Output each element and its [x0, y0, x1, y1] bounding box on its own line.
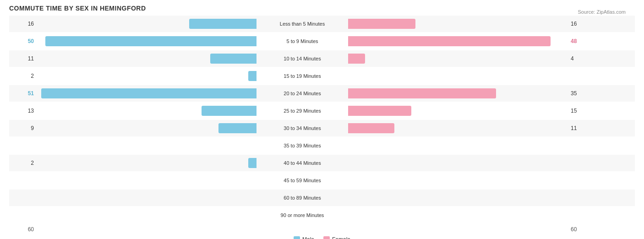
row-label: 10 to 14 Minutes [257, 56, 348, 61]
female-color-box [323, 236, 330, 239]
chart-container: 16Less than 5 Minutes16505 to 9 Minutes4… [9, 16, 635, 239]
male-bar [189, 19, 257, 29]
legend-female: Female [323, 236, 350, 239]
male-bar-area [37, 71, 257, 81]
female-bar-area [348, 106, 568, 116]
legend: Male Female [9, 236, 635, 239]
row-label: Less than 5 Minutes [257, 21, 348, 27]
male-bar [45, 36, 257, 46]
male-bar-area [37, 141, 257, 151]
female-bar-area [348, 193, 568, 203]
table-row: 1325 to 29 Minutes15 [9, 103, 635, 119]
row-label: 90 or more Minutes [257, 212, 348, 218]
male-bar [202, 106, 257, 116]
table-row: 240 to 44 Minutes [9, 155, 635, 171]
table-row: 505 to 9 Minutes48 [9, 33, 635, 49]
axis-right-label: 60 [568, 226, 595, 233]
table-row: 45 to 59 Minutes [9, 172, 635, 189]
male-value: 13 [9, 108, 37, 114]
row-label: 35 to 39 Minutes [257, 143, 348, 148]
male-bar-area [37, 175, 257, 185]
male-value: 51 [9, 90, 37, 97]
row-label: 20 to 24 Minutes [257, 91, 348, 96]
male-bar-area [37, 19, 257, 29]
source-label: Source: ZipAtlas.com [578, 9, 626, 15]
female-bar [348, 106, 411, 116]
female-value: 4 [568, 55, 595, 62]
axis-row: 60 60 [9, 226, 635, 233]
table-row: 215 to 19 Minutes [9, 68, 635, 84]
table-row: 5120 to 24 Minutes35 [9, 85, 635, 102]
female-bar-area [348, 141, 568, 151]
female-bar-area [348, 71, 568, 81]
male-bar-area [37, 36, 257, 46]
female-value: 35 [568, 90, 595, 97]
row-label: 45 to 59 Minutes [257, 178, 348, 183]
row-label: 60 to 89 Minutes [257, 195, 348, 201]
female-bar-area [348, 19, 568, 29]
female-bar [348, 19, 415, 29]
female-value: 16 [568, 21, 595, 27]
chart-title: COMMUTE TIME BY SEX IN HEMINGFORD [9, 5, 635, 12]
female-bar [348, 123, 394, 133]
row-label: 5 to 9 Minutes [257, 38, 348, 44]
male-bar-area [37, 106, 257, 116]
female-value: 15 [568, 108, 595, 114]
male-bar [248, 158, 257, 168]
table-row: 930 to 34 Minutes11 [9, 120, 635, 136]
table-row: 60 to 89 Minutes [9, 190, 635, 206]
axis-left-label: 60 [9, 226, 37, 233]
male-value: 2 [9, 160, 37, 166]
male-bar [248, 71, 257, 81]
male-label: Male [302, 236, 314, 239]
female-bar-area [348, 123, 568, 133]
female-bar-area [348, 175, 568, 185]
male-value: 50 [9, 38, 37, 44]
legend-male: Male [294, 236, 314, 239]
female-bar-area [348, 88, 568, 98]
male-bar [41, 88, 257, 98]
row-label: 25 to 29 Minutes [257, 108, 348, 114]
male-bar [210, 54, 257, 64]
row-label: 30 to 34 Minutes [257, 125, 348, 131]
row-label: 40 to 44 Minutes [257, 160, 348, 166]
male-bar-area [37, 123, 257, 133]
male-bar-area [37, 210, 257, 220]
row-label: 15 to 19 Minutes [257, 73, 348, 79]
table-row: 1110 to 14 Minutes4 [9, 50, 635, 67]
male-bar [218, 123, 257, 133]
female-value: 48 [568, 38, 595, 44]
female-bar [348, 88, 496, 98]
male-value: 11 [9, 55, 37, 62]
table-row: 16Less than 5 Minutes16 [9, 16, 635, 32]
male-value: 2 [9, 73, 37, 79]
male-bar-area [37, 88, 257, 98]
male-bar-area [37, 193, 257, 203]
female-value: 11 [568, 125, 595, 131]
table-row: 90 or more Minutes [9, 207, 635, 223]
female-bar-area [348, 158, 568, 168]
male-color-box [294, 236, 300, 239]
female-label: Female [332, 236, 350, 239]
female-bar-area [348, 36, 568, 46]
male-value: 9 [9, 125, 37, 131]
table-row: 35 to 39 Minutes [9, 137, 635, 154]
female-bar-area [348, 210, 568, 220]
female-bar [348, 36, 551, 46]
male-bar-area [37, 54, 257, 64]
female-bar [348, 54, 365, 64]
male-value: 16 [9, 21, 37, 27]
male-bar-area [37, 158, 257, 168]
female-bar-area [348, 54, 568, 64]
